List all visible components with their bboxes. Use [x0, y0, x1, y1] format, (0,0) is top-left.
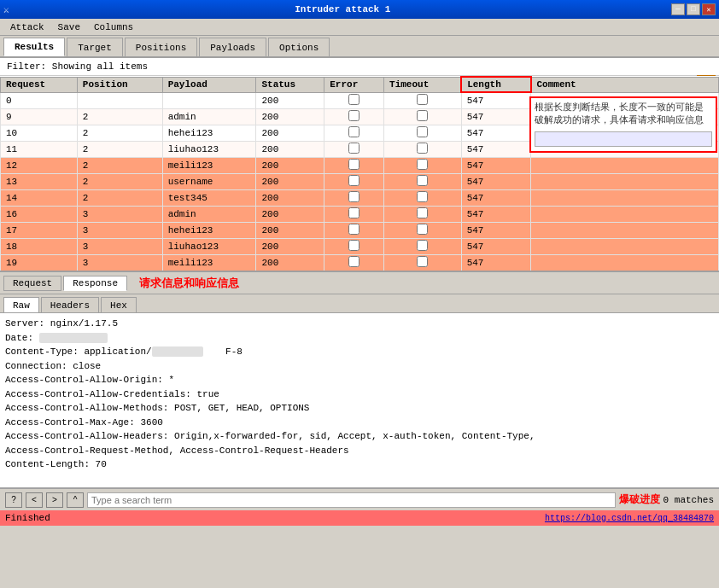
status-text: Finished [5, 513, 50, 523]
tab-target[interactable]: Target [67, 38, 123, 56]
tab-request[interactable]: Request [3, 276, 61, 291]
sub-tab-hex[interactable]: Hex [101, 297, 137, 312]
filter-bar: Filter: Showing all items [0, 58, 719, 76]
status-url[interactable]: https://blog.csdn.net/qq_38484870 [545, 514, 714, 523]
main-tab-bar: Results Target Positions Payloads Option… [0, 36, 719, 58]
tab-positions[interactable]: Positions [125, 38, 197, 56]
content-line-8: Access-Control-Max-Age: 3600 [5, 416, 714, 430]
results-table-container: Request Position Payload Status Error Ti… [0, 76, 719, 272]
tab-options[interactable]: Options [268, 38, 330, 56]
prev-button[interactable]: < [26, 492, 43, 508]
title-bar: ⚔ Intruder attack 1 ─ □ ✕ [0, 0, 719, 19]
col-position: Position [77, 77, 162, 92]
up-button[interactable]: ^ [67, 492, 84, 508]
sub-tab-headers[interactable]: Headers [41, 297, 99, 312]
content-line-2: Date: [5, 331, 714, 346]
search-label: 爆破进度 [619, 492, 660, 507]
content-line-3: Content-Type: application/ F-8 [5, 345, 714, 359]
table-row[interactable]: 193meili123200547 [1, 254, 719, 271]
window-title: Intruder attack 1 [295, 4, 390, 15]
filter-label: Filter: Showing all items [7, 61, 148, 72]
content-line-11: Content-Length: 70 [5, 457, 714, 472]
search-input[interactable] [87, 492, 616, 508]
comment-box: 根据长度判断结果，长度不一致的可能是破解成功的请求，具体看请求和响应信息 [529, 96, 717, 153]
table-row[interactable]: 142test345200547 [1, 189, 719, 206]
minimize-button[interactable]: ─ [671, 3, 685, 15]
match-count: 0 matches [663, 495, 714, 505]
content-line-6: Access-Control-Allow-Credentials: true [5, 387, 714, 402]
sub-tab-raw[interactable]: Raw [3, 297, 39, 312]
menu-bar: Attack Save Columns [0, 19, 719, 36]
status-bar: Finished https://blog.csdn.net/qq_384848… [0, 510, 719, 526]
col-status: Status [256, 77, 324, 92]
content-line-5: Access-Control-Allow-Origin: * [5, 373, 714, 387]
tab-response[interactable]: Response [63, 276, 127, 291]
menu-attack[interactable]: Attack [3, 20, 51, 34]
req-res-label: 请求信息和响应信息 [139, 276, 239, 291]
content-line-7: Access-Control-Allow-Methods: POST, GET,… [5, 401, 714, 416]
col-payload: Payload [162, 77, 256, 92]
window-controls: ─ □ ✕ [671, 3, 716, 15]
content-line-10: Access-Control-Request-Method, Access-Co… [5, 444, 714, 458]
col-length: Length [461, 77, 530, 92]
content-line-1: Server: nginx/1.17.5 [5, 317, 714, 331]
content-area: Server: nginx/1.17.5 Date: Content-Type:… [0, 313, 719, 488]
menu-columns[interactable]: Columns [87, 20, 140, 34]
sub-tab-bar: Raw Headers Hex [0, 294, 719, 313]
table-header-row: Request Position Payload Status Error Ti… [1, 77, 719, 92]
col-request: Request [1, 77, 78, 92]
menu-save[interactable]: Save [51, 20, 87, 34]
window: ⚔ Intruder attack 1 ─ □ ✕ Attack Save Co… [0, 0, 719, 588]
table-row[interactable]: 122meili123200547 [1, 157, 719, 173]
help-button[interactable]: ? [5, 492, 22, 508]
table-row[interactable]: 173hehei123200547 [1, 222, 719, 238]
close-button[interactable]: ✕ [702, 3, 716, 15]
search-bar: ? < > ^ 爆破进度 0 matches [0, 488, 719, 510]
table-row[interactable]: 203username200547 [1, 271, 719, 272]
content-line-4: Connection: close [5, 359, 714, 374]
content-line-9: Access-Control-Allow-Headers: Origin,x-f… [5, 429, 714, 444]
col-timeout: Timeout [384, 77, 462, 92]
window-icon: ⚔ [3, 4, 9, 15]
table-row[interactable]: 183liuhao123200547 [1, 238, 719, 254]
table-row[interactable]: 132username200547 [1, 173, 719, 189]
col-comment: Comment [531, 77, 719, 92]
col-error: Error [324, 77, 384, 92]
table-row[interactable]: 163admin200547 [1, 206, 719, 222]
tab-results[interactable]: Results [3, 38, 65, 56]
tab-payloads[interactable]: Payloads [199, 38, 266, 56]
comment-text: 根据长度判断结果，长度不一致的可能是破解成功的请求，具体看请求和响应信息 [535, 102, 704, 125]
comment-input[interactable] [535, 131, 712, 147]
next-button[interactable]: > [46, 492, 63, 508]
maximize-button[interactable]: □ [687, 3, 700, 15]
req-res-bar: Request Response 请求信息和响应信息 [0, 272, 719, 294]
content-line-12 [5, 472, 714, 486]
